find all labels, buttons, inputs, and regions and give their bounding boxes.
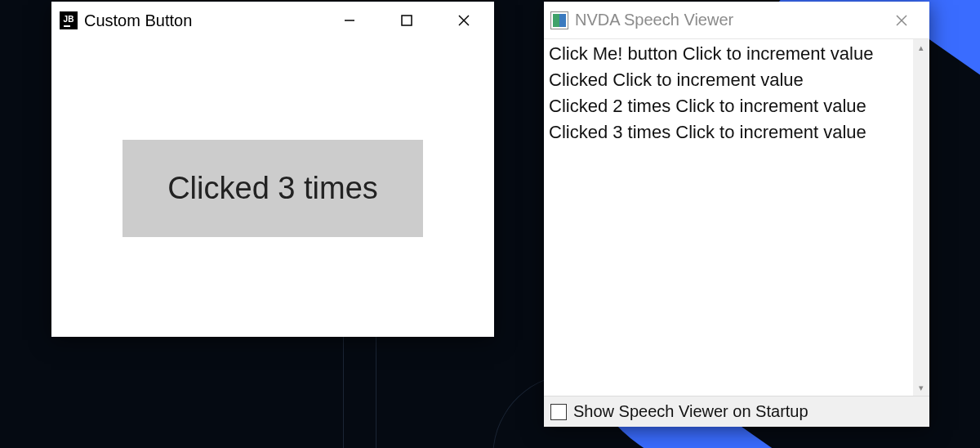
minimize-icon bbox=[343, 14, 356, 27]
maximize-button[interactable] bbox=[378, 2, 435, 39]
window-title: NVDA Speech Viewer bbox=[575, 11, 877, 29]
log-line: Clicked Click to increment value bbox=[549, 67, 908, 93]
titlebar[interactable]: JB Custom Button bbox=[51, 2, 494, 39]
close-icon bbox=[457, 14, 470, 27]
nvda-speech-viewer-window: NVDA Speech Viewer Click Me! button Clic… bbox=[544, 2, 929, 427]
custom-button-window: JB Custom Button Clicked 3 times bbox=[51, 2, 494, 337]
show-on-startup-checkbox[interactable] bbox=[550, 404, 567, 420]
nvda-icon bbox=[550, 11, 568, 29]
jetbrains-icon: JB bbox=[60, 11, 78, 29]
maximize-icon bbox=[400, 14, 413, 27]
minimize-button[interactable] bbox=[321, 2, 378, 39]
scroll-up-icon[interactable]: ▴ bbox=[913, 39, 929, 56]
log-line: Click Me! button Click to increment valu… bbox=[549, 41, 908, 67]
show-on-startup-label: Show Speech Viewer on Startup bbox=[573, 402, 808, 421]
speech-log-area: Click Me! button Click to increment valu… bbox=[544, 39, 929, 396]
log-line: Clicked 2 times Click to increment value bbox=[549, 93, 908, 119]
window-title: Custom Button bbox=[84, 11, 321, 30]
log-line: Clicked 3 times Click to increment value bbox=[549, 119, 908, 146]
speech-log-text[interactable]: Click Me! button Click to increment valu… bbox=[544, 39, 913, 396]
scroll-down-icon[interactable]: ▾ bbox=[913, 379, 929, 396]
background-line bbox=[376, 335, 376, 448]
increment-button[interactable]: Clicked 3 times bbox=[122, 140, 423, 237]
window-client-area: Clicked 3 times bbox=[51, 39, 494, 337]
close-button[interactable] bbox=[435, 2, 492, 39]
close-icon bbox=[895, 14, 908, 27]
footer-bar: Show Speech Viewer on Startup bbox=[544, 396, 929, 427]
scrollbar[interactable]: ▴ ▾ bbox=[913, 39, 929, 396]
close-button[interactable] bbox=[877, 2, 926, 39]
svg-rect-1 bbox=[402, 16, 412, 25]
background-line bbox=[343, 335, 344, 448]
titlebar[interactable]: NVDA Speech Viewer bbox=[544, 2, 929, 39]
window-controls bbox=[321, 2, 492, 39]
